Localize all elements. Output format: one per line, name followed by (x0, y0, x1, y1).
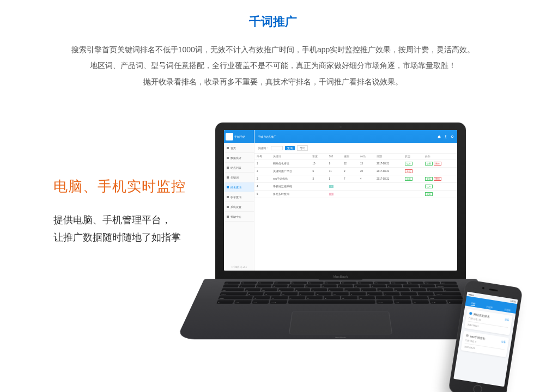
keyboard-key: / (411, 296, 428, 299)
keyboard-key: cmd (270, 300, 287, 304)
table-cell: 10 (310, 160, 326, 168)
keyboard-key: Z (253, 296, 271, 299)
data-table: 序号关键词百度360搜狗神马日期状态操作 1网站优化排名10812152017-… (254, 154, 457, 198)
keyboard-key: M (359, 296, 375, 299)
keyboard-key: ▲▼ (429, 300, 447, 304)
table-cell: 关键词推广平台 (271, 168, 310, 175)
keyboard-key: ` (223, 284, 239, 287)
phone-card: seo千词优化查看百度 排名 32017-08-21 (461, 331, 509, 358)
phone-tab: 未达标 (504, 308, 511, 312)
keyboard-key: F1 (241, 281, 257, 284)
sidebar-item: 排名查询 (224, 182, 254, 192)
keyboard-key: N (341, 296, 357, 299)
keyboard-key: caps (220, 292, 247, 295)
table-cell: 7 (342, 175, 358, 183)
table-cell: 排名实时查询 (271, 191, 310, 198)
table-cell: 11 (327, 168, 342, 175)
keyboard-key: [ (410, 288, 427, 291)
keyboard-key: 9 (371, 284, 386, 287)
table-row: 2关键词推广平台6119202017-08-21未达 (254, 168, 457, 175)
topbar-title: 千城 / 站点推广 (258, 135, 438, 138)
menu-dot-icon (227, 157, 229, 159)
keyboard-key: F12 (424, 281, 440, 284)
table-cell: 5 (327, 191, 342, 198)
table-cell: 手机端监控系统 (271, 183, 310, 191)
keyboard-key: . (393, 296, 410, 299)
keyboard-key: delete (435, 284, 458, 287)
keyboard-key: 7 (338, 284, 353, 287)
keyboard-key: 1 (239, 284, 256, 287)
table-cell (403, 183, 423, 191)
battery-text: 100% (510, 299, 516, 303)
keyboard-key: ctrl (234, 300, 252, 304)
table-cell (403, 191, 423, 198)
laptop-brand-screen: MacBook (333, 275, 348, 278)
status-dot-icon (469, 312, 472, 315)
table-cell (342, 183, 358, 191)
table-header-cell: 360 (327, 154, 342, 160)
table-cell: 查看 删除 (423, 160, 457, 168)
table-cell: 2017-08-21 (374, 168, 403, 175)
feature-desc-1: 提供电脑、手机管理平台， (53, 211, 186, 229)
keyboard-key: F5 (308, 281, 324, 284)
trackpad (289, 311, 393, 334)
status-dot-icon (466, 334, 469, 337)
table-row: 4手机端监控系统2达标 (254, 183, 457, 191)
sidebar-item: 首页 (224, 143, 254, 153)
table-cell: 2 (327, 183, 342, 191)
app-logo: 千城千站 (224, 130, 254, 143)
table-cell: 12 (342, 160, 358, 168)
status-badge-ok: 达标 (405, 162, 412, 166)
status-badge-ok: 达标 (425, 185, 433, 188)
card-action: 查看 (501, 340, 506, 343)
filter-bar: 关键词： 查询 导出 (254, 143, 457, 154)
table-cell (358, 183, 374, 191)
keyboard-key: J (350, 292, 366, 295)
keyboard-key: F2 (258, 281, 274, 284)
keyboard-key: D (281, 292, 298, 295)
search-button: 查询 (285, 146, 295, 150)
keyboard-key: F6 (324, 281, 340, 284)
sidebar-footer: © 千城千站 v2.1 (224, 264, 254, 271)
sidebar-item: 系统设置 (224, 202, 254, 212)
keyboard-key: E (278, 288, 294, 291)
table-header-cell: 序号 (254, 154, 271, 160)
rank-cell-teal: 2 (329, 185, 333, 188)
app-main: 千城 / 站点推广 关键词： 查询 导出 序号关键词百度360搜狗神马日期状态操… (254, 130, 457, 271)
table-cell: 查看 删除 (423, 175, 457, 183)
table-cell: 9 (342, 168, 358, 175)
table-cell (374, 191, 403, 198)
status-badge-ok: 达标 (425, 192, 433, 196)
table-cell: 2 (254, 168, 271, 175)
keyboard-row: capsASDFGHJKL;'return (220, 292, 462, 295)
keyboard-key: opt (252, 300, 270, 304)
keyboard-row: escF1F2F3F4F5F6F7F8F9F10F11F12pwr (224, 281, 457, 284)
card-action: 查看 (505, 318, 509, 321)
filter-label: 关键词： (258, 146, 269, 150)
export-button: 导出 (297, 145, 308, 151)
keyboard-key: I (361, 288, 377, 291)
laptop-bezel: 千城千站 首页数据统计站点列表关键词排名查询收录查询系统设置帮助中心 © 千城千… (215, 122, 466, 280)
keyboard-key: fn (216, 300, 234, 304)
table-cell: 达标 (423, 183, 457, 191)
keyboard-key: esc (224, 281, 240, 284)
keyboard-key: 0 (387, 284, 403, 287)
keyboard-key: U (344, 288, 360, 291)
keyboard-key: tab (221, 288, 245, 291)
laptop-mockup: 千城千站 首页数据统计站点列表关键词排名查询收录查询系统设置帮助中心 © 千城千… (204, 122, 477, 392)
keyboard-key: ; (401, 292, 417, 295)
phone-tab: 全部 (471, 302, 476, 306)
laptop-camera-icon (339, 126, 342, 128)
keyboard-key: P (394, 288, 410, 291)
menu-dot-icon (227, 186, 229, 188)
sidebar-item: 帮助中心 (224, 212, 254, 222)
filter-input (271, 146, 283, 150)
table-cell: 达标 (403, 160, 423, 168)
table-cell (310, 191, 326, 198)
menu-dot-icon (227, 216, 229, 218)
svg-point-0 (445, 136, 446, 137)
header-section: 千词推广 搜索引擎首页关键词排名不低于1000词，无效不计入有效推广时间，手机a… (0, 0, 546, 90)
keyboard-row: shiftZXCVBNM,./shift (218, 296, 463, 299)
sidebar-item: 关键词 (224, 173, 254, 182)
page-title: 千词推广 (0, 14, 546, 30)
